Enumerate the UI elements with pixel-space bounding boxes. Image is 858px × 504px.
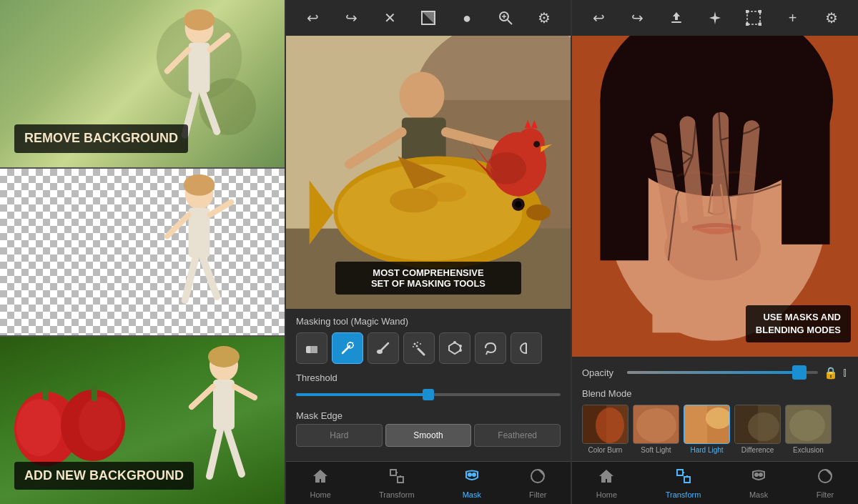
nav-filter-r[interactable]: Filter [817,468,834,499]
hard-light-label: Hard Light [690,446,723,454]
masking-tool-label: Masking tool (Magic Wand) [296,316,561,327]
sparkle-icon[interactable] [704,6,726,29]
svg-rect-61 [311,346,317,353]
lasso-tool-btn[interactable] [475,332,506,364]
svg-point-118 [748,412,779,441]
settings-icon[interactable]: ⚙ [533,6,556,29]
svg-rect-91 [747,11,760,24]
svg-point-94 [746,23,749,26]
transparent-bg-section [0,167,285,337]
blend-mode-label: Blend Mode [582,388,848,399]
remove-background-section[interactable]: REMOVE BACKGROUND [0,0,285,167]
crop-icon[interactable] [417,6,440,29]
polygon-tool-btn[interactable] [439,332,470,364]
blend-modes-row: Color Burn Soft Light [582,405,848,454]
svg-line-12 [167,214,189,236]
svg-point-125 [755,473,758,476]
mask-edge-buttons: Hard Smooth Feathered [296,424,561,447]
svg-point-56 [533,141,540,147]
nav-home[interactable]: Home [310,468,331,499]
svg-point-73 [416,345,418,347]
nav-transform-label: Transform [379,490,415,499]
svg-point-74 [420,343,421,345]
brush-tool-btn[interactable] [368,332,399,364]
home-icon-r [598,468,615,489]
hard-light-thumb [684,405,730,444]
undo-icon-r[interactable]: ↩ [587,6,610,29]
smooth-edge-btn[interactable]: Smooth [385,424,472,447]
svg-point-72 [413,346,414,347]
mask-edge-label: Mask Edge [296,410,561,421]
svg-rect-4 [189,43,210,93]
nav-transform-r[interactable]: Transform [666,468,701,499]
svg-point-92 [746,10,749,13]
close-icon[interactable]: ✕ [378,6,401,29]
magic-wand-tool-btn[interactable] [332,332,363,364]
nav-mask-r[interactable]: Mask [749,468,768,499]
eraser-tool-btn[interactable] [296,332,327,364]
svg-point-53 [516,128,544,160]
upload-icon[interactable] [665,6,688,29]
svg-line-28 [227,430,242,474]
pen-tool-btn[interactable] [511,332,542,364]
feathered-edge-btn[interactable]: Feathered [474,424,561,447]
svg-point-20 [79,397,122,451]
zoom-icon[interactable] [494,6,517,29]
exclusion-thumb [785,405,832,444]
svg-line-68 [381,343,388,350]
mask-icon [463,468,480,489]
svg-rect-101 [600,100,648,260]
opacity-slider[interactable] [627,371,818,374]
add-layer-icon[interactable]: + [781,6,804,29]
soft-light-thumb [633,405,679,444]
blend-mode-color-burn[interactable]: Color Burn [582,405,628,454]
opacity-row: Opacity 🔒 ⫿ [582,364,848,381]
nav-home-r[interactable]: Home [596,468,617,499]
undo-icon[interactable]: ↩ [301,6,324,29]
svg-line-80 [486,351,488,355]
middle-toolbar: ↩ ↪ ✕ ● ⚙ [286,0,571,36]
svg-point-17 [16,399,62,456]
svg-line-27 [209,430,220,476]
svg-line-75 [418,349,424,355]
blend-mode-exclusion[interactable]: Exclusion [785,405,832,454]
color-burn-thumb [582,405,628,444]
blend-mode-hard-light[interactable]: Hard Light [684,405,730,454]
blend-mode-soft-light[interactable]: Soft Light [633,405,679,454]
threshold-label: Threshold [296,372,561,383]
hard-edge-btn[interactable]: Hard [296,424,383,447]
svg-point-120 [789,410,825,441]
threshold-slider[interactable] [296,386,561,403]
svg-marker-90 [709,11,721,24]
spray-tool-btn[interactable] [403,332,435,364]
redo-icon-r[interactable]: ↪ [626,6,649,29]
right-toolbar: ↩ ↪ + ⚙ [572,0,858,36]
blend-mode-difference[interactable]: Difference [734,405,781,454]
settings-icon-r[interactable]: ⚙ [820,6,843,29]
transform-icon [388,468,405,489]
portrait-overlay-text: USE MASKS AND BLENDING MODES [746,305,851,342]
circle-icon[interactable]: ● [455,6,478,29]
svg-point-86 [468,473,471,476]
select-icon[interactable] [742,6,765,29]
svg-point-69 [377,350,383,354]
nav-mask[interactable]: Mask [463,468,481,499]
svg-point-87 [473,473,475,476]
svg-point-110 [596,407,624,443]
svg-rect-122 [684,477,690,483]
add-bg-label: ADD NEW BACKGROUND [14,462,194,490]
mask-edge-control: Mask Edge Hard Smooth Feathered [296,410,561,447]
svg-rect-21 [92,385,97,401]
svg-line-25 [192,387,213,407]
redo-icon[interactable]: ↪ [340,6,363,29]
portrait-area: USE MASKS AND BLENDING MODES [572,36,858,357]
add-background-section[interactable]: ADD NEW BACKGROUND [0,337,285,504]
lock-icon: 🔒 [824,366,838,380]
svg-point-79 [459,349,462,352]
right-bottom-nav: Home Transform Mask Filter [572,461,858,504]
nav-home-label-r: Home [596,490,617,499]
nav-filter[interactable]: Filter [529,468,546,499]
nav-transform[interactable]: Transform [379,468,415,499]
svg-line-14 [185,257,196,300]
soft-light-label: Soft Light [641,446,671,454]
